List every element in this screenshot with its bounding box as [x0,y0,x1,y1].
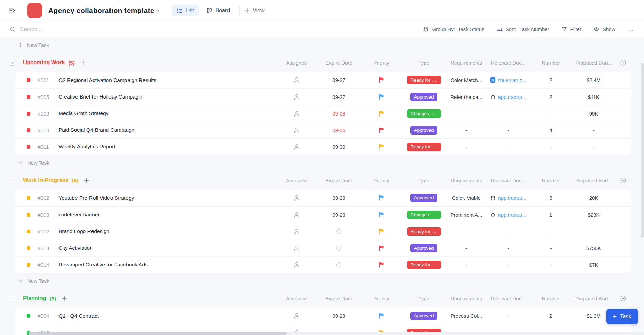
number-cell[interactable]: - [529,262,573,268]
relevant-doc-link[interactable]: 知zhuanlan.z... [490,77,526,83]
doc-cell[interactable]: app.tracup... [488,94,529,100]
requirements-cell[interactable]: - [445,144,488,150]
priority-flag-icon[interactable] [379,262,384,268]
assignee-add-icon[interactable] [293,262,300,268]
group-collapse-icon[interactable] [10,296,15,301]
task-status-bullet[interactable] [27,95,30,99]
expire-cell[interactable]: 09-08 [318,111,360,117]
task-status-bullet[interactable] [27,112,30,116]
type-cell[interactable]: Changes Ha... [403,211,445,219]
type-badge[interactable]: Approved [410,126,438,135]
requirements-cell[interactable]: Process Col... [445,313,488,319]
task-row[interactable]: #005 Creative Brief for Holiday Campagin… [15,88,631,105]
task-status-bullet[interactable] [27,213,30,217]
add-task-fab[interactable]: + Task [606,309,638,324]
expire-date[interactable]: 09-06 [332,127,345,133]
priority-flag-icon[interactable] [379,229,384,234]
group-by-control[interactable]: Group By: Task Status [423,26,484,32]
expire-date[interactable]: 09-28 [332,212,345,218]
column-header[interactable]: Priority [360,60,403,66]
group-add-task-icon[interactable] [62,296,67,301]
doc-cell[interactable]: - [488,144,529,150]
group-collapse-icon[interactable] [10,178,15,183]
number-cell[interactable]: - [529,229,573,234]
requirements-cell[interactable]: - [445,111,488,117]
type-badge[interactable]: Approved [410,194,438,202]
assignee-add-icon[interactable] [293,127,300,134]
priority-flag-icon[interactable] [379,212,384,218]
budget-cell[interactable]: 99K [573,111,615,117]
assignee-cell[interactable] [275,212,318,218]
requirements-cell[interactable]: - [445,262,488,268]
priority-cell[interactable] [360,212,403,218]
assignee-cell[interactable] [275,228,318,235]
new-task-button-top[interactable]: New Task [18,40,631,50]
task-title[interactable]: Youtube Pre-Roll Video Strategy [58,195,134,201]
doc-cell[interactable]: - [488,111,529,117]
group-name[interactable]: Upcoming Work [23,59,65,66]
task-title[interactable]: Weekly Analytics Report [58,144,115,150]
priority-cell[interactable] [360,111,403,117]
expire-date[interactable]: 09-28 [332,195,345,201]
priority-flag-icon[interactable] [379,111,384,117]
expire-cell[interactable] [318,245,360,251]
new-task-button[interactable]: New Task [18,276,631,286]
task-row[interactable]: #012 Brand Logo Redesign Ready for st...… [15,223,631,240]
expire-cell[interactable] [318,262,360,268]
assignee-cell[interactable] [275,262,318,268]
budget-cell[interactable]: - [573,127,615,133]
budget-cell[interactable]: $750K [573,245,615,251]
show-control[interactable]: Show [594,26,615,32]
priority-cell[interactable] [360,195,403,201]
task-row[interactable]: #014 Revamped Creative for Facebook Ads … [15,256,631,273]
task-status-bullet[interactable] [27,78,30,82]
number-cell[interactable]: 2 [529,77,573,83]
type-cell[interactable]: Approved [403,244,445,252]
task-title[interactable]: Q1 - Q4 Contract [58,313,99,319]
workspace-logo[interactable] [27,3,42,18]
priority-cell[interactable] [360,127,403,133]
task-title[interactable]: Revamped Creative for Facebook Ads [58,262,148,268]
expire-date[interactable]: 09-08 [332,111,345,117]
column-header[interactable]: Type [403,60,445,66]
column-header[interactable]: Number [529,178,573,183]
task-title[interactable]: Brand Logo Redesign [58,228,109,234]
column-header[interactable]: Relevant Doc... [488,60,529,66]
group-name[interactable]: Planning [23,295,46,301]
task-title[interactable]: City Activiation [58,245,93,251]
type-cell[interactable]: Ready for st... [403,227,445,236]
number-cell[interactable]: - [529,111,573,117]
task-status-bullet[interactable] [27,230,30,233]
column-header[interactable]: Assignee [275,60,318,66]
budget-cell[interactable]: - [573,144,615,150]
column-header[interactable]: Requirements [445,178,488,183]
title-dropdown-icon[interactable]: ▾ [157,9,159,13]
task-status-bullet[interactable] [27,314,30,318]
type-badge[interactable]: Ready for st... [407,227,441,236]
expire-cell[interactable]: 09-28 [318,195,360,201]
set-date-icon[interactable] [336,262,342,268]
sort-control[interactable]: Sort: Task Number [497,26,549,32]
task-status-bullet[interactable] [27,196,30,200]
add-column-icon[interactable] [620,295,626,302]
horizontal-scrollbar-track[interactable] [29,332,644,335]
column-header[interactable]: Assignee [275,296,318,301]
priority-cell[interactable] [360,245,403,251]
expire-cell[interactable]: 09-28 [318,212,360,218]
column-header[interactable]: Proposed Bud... [573,296,615,301]
requirements-cell[interactable]: - [445,127,488,133]
type-badge[interactable]: Approved [410,244,438,252]
budget-cell[interactable]: $7K [573,262,615,268]
task-status-bullet[interactable] [27,263,30,267]
priority-cell[interactable] [360,77,403,83]
assignee-cell[interactable] [275,77,318,83]
doc-cell[interactable]: - [488,127,529,133]
priority-cell[interactable] [360,313,403,319]
number-cell[interactable]: 3 [529,195,573,201]
new-task-button[interactable]: New Task [18,158,631,168]
set-date-icon[interactable] [336,245,342,251]
number-cell[interactable]: - [529,245,573,251]
expire-cell[interactable]: 09-27 [318,77,360,83]
type-cell[interactable]: Changes Ha... [403,109,445,118]
budget-cell[interactable]: $11K [573,94,615,100]
